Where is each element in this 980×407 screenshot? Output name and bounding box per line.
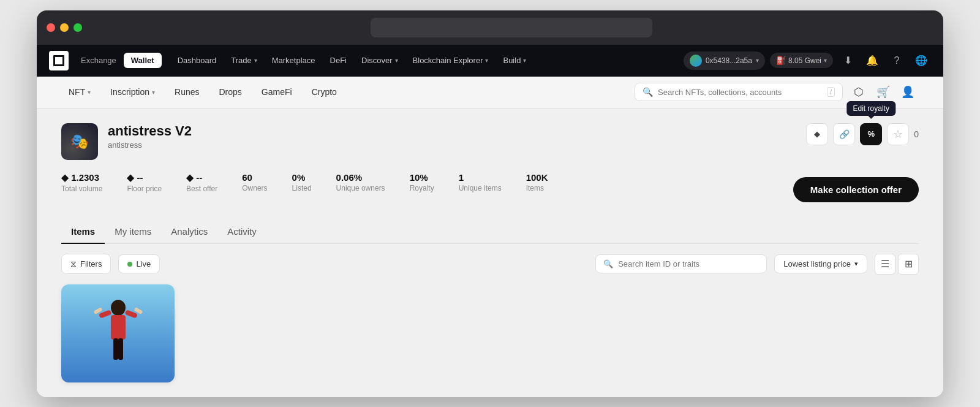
secondary-nav: NFT ▾ Inscription ▾ Runes Drops GameFi C… bbox=[37, 77, 943, 108]
nav-dashboard[interactable]: Dashboard bbox=[172, 52, 223, 69]
stat-label-royalty: Royalty bbox=[410, 184, 434, 192]
sec-nav-search: 🔍 / ⬡ 🛒 👤 bbox=[635, 81, 919, 103]
nft-card-image bbox=[61, 284, 175, 382]
chevron-down-icon: ▾ bbox=[88, 89, 91, 96]
wallet-pill[interactable]: Wallet bbox=[124, 53, 162, 68]
nft-grid bbox=[61, 284, 919, 382]
tab-my-items[interactable]: My items bbox=[105, 220, 161, 244]
sec-nav-nft[interactable]: NFT ▾ bbox=[61, 83, 98, 101]
download-icon[interactable]: ⬇ bbox=[838, 51, 858, 70]
nav-links: Dashboard Trade ▾ Marketplace DeFi Disco… bbox=[172, 52, 684, 69]
collection-info: antistress V2 antistress bbox=[108, 123, 192, 150]
grid-view-button[interactable]: ⊞ bbox=[898, 254, 919, 275]
svg-rect-1 bbox=[111, 315, 126, 340]
nav-pills: Exchange Wallet bbox=[74, 53, 162, 68]
tabs-row: Items My items Analytics Activity bbox=[61, 220, 919, 244]
stat-value-unique-owners: 0.06% bbox=[336, 172, 363, 183]
stat-value-listed: 0% bbox=[292, 172, 306, 183]
main-content: 🎭 antistress V2 antistress ◆ 🔗 Edit roya… bbox=[37, 108, 943, 397]
address-bar[interactable] bbox=[371, 18, 652, 37]
edit-royalty-wrapper: Edit royalty % bbox=[860, 123, 882, 145]
royalty-btn[interactable]: % bbox=[860, 123, 882, 145]
nav-marketplace[interactable]: Marketplace bbox=[266, 52, 322, 69]
stat-owners: 60 Owners bbox=[242, 172, 279, 192]
stat-label-items: Items bbox=[526, 184, 544, 192]
stat-value-items: 100K bbox=[526, 172, 548, 183]
nav-discover[interactable]: Discover ▾ bbox=[355, 52, 404, 69]
traffic-lights bbox=[47, 23, 82, 32]
gas-icon: ⛽ bbox=[776, 56, 786, 65]
sec-nav-runes[interactable]: Runes bbox=[167, 83, 206, 101]
search-input[interactable] bbox=[658, 88, 822, 97]
sec-nav-gamefi[interactable]: GameFi bbox=[254, 83, 300, 101]
stat-label-unique-items: Unique items bbox=[459, 184, 502, 192]
cart-icon[interactable]: 🛒 bbox=[872, 81, 894, 103]
sec-nav-icons: ⬡ 🛒 👤 bbox=[848, 81, 919, 103]
stat-floor-price: ◆ -- Floor price bbox=[127, 172, 174, 193]
svg-rect-4 bbox=[113, 338, 118, 360]
gas-btn[interactable]: ⛽ 8.05 Gwei ▾ bbox=[770, 53, 833, 68]
stat-unique-items: 1 Unique items bbox=[459, 172, 514, 192]
stat-label-best-offer: Best offer bbox=[186, 184, 217, 193]
nav-right: 0x5438...2a5a ▾ ⛽ 8.05 Gwei ▾ ⬇ 🔔 ? 🌐 bbox=[684, 51, 931, 70]
user-icon[interactable]: 👤 bbox=[897, 81, 919, 103]
svg-rect-5 bbox=[118, 338, 123, 360]
maximize-button[interactable] bbox=[74, 23, 82, 32]
bell-icon[interactable]: 🔔 bbox=[862, 51, 882, 70]
stat-value-owners: 60 bbox=[242, 172, 252, 183]
share-icon-btn[interactable]: 🔗 bbox=[833, 123, 855, 145]
minimize-button[interactable] bbox=[60, 23, 69, 32]
globe-icon[interactable]: 🌐 bbox=[911, 51, 931, 70]
diamond-icon-btn[interactable]: ◆ bbox=[806, 123, 828, 145]
sec-nav-drops[interactable]: Drops bbox=[212, 83, 249, 101]
tab-items[interactable]: Items bbox=[61, 220, 105, 244]
sec-nav-crypto[interactable]: Crypto bbox=[304, 83, 344, 101]
stat-value-unique-items: 1 bbox=[459, 172, 464, 183]
collection-actions: ◆ 🔗 Edit royalty % ☆ 0 bbox=[806, 123, 919, 145]
filters-button[interactable]: ⧖ Filters bbox=[61, 254, 111, 274]
wallet-avatar bbox=[690, 55, 702, 67]
sort-dropdown[interactable]: Lowest listing price ▾ bbox=[774, 254, 867, 273]
stat-value-best-offer: ◆ -- bbox=[186, 172, 202, 183]
search-box[interactable]: 🔍 / bbox=[635, 83, 843, 101]
make-collection-offer-button[interactable]: Make collection offer bbox=[793, 177, 919, 202]
exchange-pill[interactable]: Exchange bbox=[74, 53, 124, 68]
logo[interactable] bbox=[49, 51, 69, 70]
stats-row: ◆ 1.2303 Total volume ◆ -- Floor price ◆… bbox=[61, 172, 573, 193]
collection-header: 🎭 antistress V2 antistress ◆ 🔗 Edit roya… bbox=[61, 123, 919, 160]
chevron-down-icon: ▾ bbox=[395, 57, 398, 64]
tab-analytics[interactable]: Analytics bbox=[161, 220, 217, 244]
stat-items: 100K Items bbox=[526, 172, 560, 192]
nav-trade[interactable]: Trade ▾ bbox=[225, 52, 263, 69]
tab-activity[interactable]: Activity bbox=[217, 220, 266, 244]
star-count: 0 bbox=[914, 129, 919, 139]
collection-avatar-inner: 🎭 bbox=[61, 123, 98, 160]
star-btn[interactable]: ☆ bbox=[887, 123, 909, 145]
chevron-down-icon: ▾ bbox=[854, 260, 858, 268]
collection-subtitle: antistress bbox=[108, 140, 192, 150]
chevron-down-icon: ▾ bbox=[756, 57, 759, 64]
nft-card[interactable] bbox=[61, 284, 175, 382]
stat-value-floor-price: ◆ -- bbox=[127, 172, 143, 183]
stat-unique-owners: 0.06% Unique owners bbox=[336, 172, 398, 192]
nav-blockchain-explorer[interactable]: Blockchain Explorer ▾ bbox=[407, 52, 495, 69]
nav-build[interactable]: Build ▾ bbox=[497, 52, 532, 69]
top-nav: Exchange Wallet Dashboard Trade ▾ Market… bbox=[37, 45, 943, 77]
nav-defi[interactable]: DeFi bbox=[324, 52, 353, 69]
search-items-input[interactable] bbox=[618, 259, 759, 268]
stat-value-total-volume: ◆ 1.2303 bbox=[61, 172, 99, 183]
live-indicator: Live bbox=[118, 254, 160, 273]
help-icon[interactable]: ? bbox=[887, 51, 907, 70]
wallet-address-btn[interactable]: 0x5438...2a5a ▾ bbox=[684, 51, 765, 70]
stat-label-total-volume: Total volume bbox=[61, 184, 102, 193]
search-items-box[interactable]: 🔍 bbox=[595, 254, 767, 273]
close-button[interactable] bbox=[47, 23, 55, 32]
sec-nav-inscription[interactable]: Inscription ▾ bbox=[103, 83, 162, 101]
nft-figure-icon bbox=[94, 297, 143, 370]
grid-icon: ⊞ bbox=[905, 258, 913, 270]
chevron-down-icon: ▾ bbox=[523, 57, 526, 64]
cube-icon[interactable]: ⬡ bbox=[848, 81, 870, 103]
list-view-button[interactable]: ☰ bbox=[875, 254, 895, 275]
filter-icon: ⧖ bbox=[70, 259, 77, 269]
browser-chrome bbox=[37, 10, 943, 45]
